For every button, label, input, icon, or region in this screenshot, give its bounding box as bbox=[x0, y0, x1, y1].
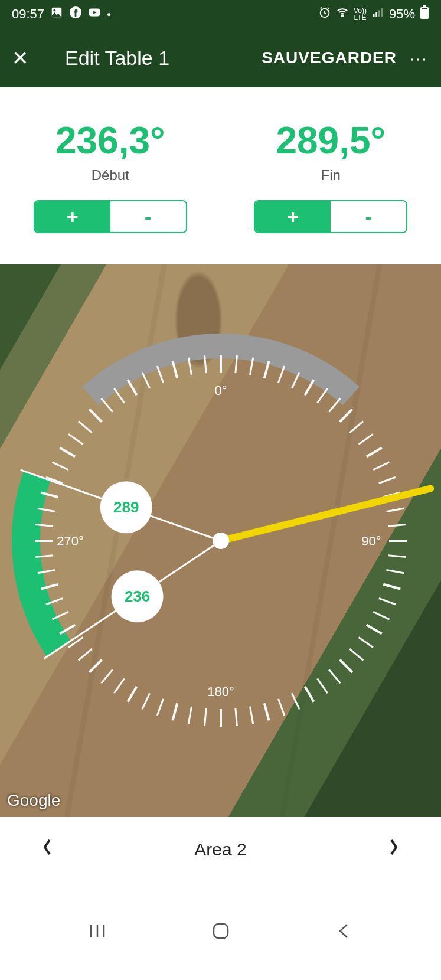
status-right: Vo))LTE 95% bbox=[318, 5, 429, 23]
dial-tick bbox=[349, 649, 363, 660]
svg-rect-12 bbox=[422, 8, 427, 9]
save-button[interactable]: SAUVEGARDER bbox=[262, 48, 397, 67]
app-bar: ✕ Edit Table 1 SAUVEGARDER ⋮ bbox=[0, 28, 441, 87]
prev-area-button[interactable] bbox=[41, 838, 53, 861]
dial-tick bbox=[264, 703, 269, 720]
dial-cardinal-label: 180° bbox=[207, 684, 234, 699]
android-status-bar: 09:57 ● Vo))LTE 95% bbox=[0, 0, 441, 28]
svg-rect-8 bbox=[378, 10, 380, 17]
dial-tick bbox=[378, 477, 395, 483]
dial-tick bbox=[388, 556, 406, 557]
dial-tick bbox=[329, 669, 340, 683]
next-area-button[interactable] bbox=[388, 838, 400, 861]
dial-tick bbox=[68, 434, 83, 444]
image-icon bbox=[50, 6, 63, 22]
google-attribution: Google bbox=[7, 791, 60, 810]
back-button[interactable] bbox=[329, 916, 359, 946]
end-angle-value: 289,5° bbox=[276, 119, 386, 162]
start-plus-button[interactable]: + bbox=[35, 201, 110, 232]
facebook-icon bbox=[69, 6, 82, 22]
dial-tick bbox=[339, 409, 352, 422]
start-angle-stepper: + - bbox=[34, 200, 187, 233]
dial-tick bbox=[386, 508, 404, 511]
dial-cardinal-label: 0° bbox=[214, 383, 227, 398]
dial-tick bbox=[373, 612, 389, 619]
signal-icon bbox=[371, 6, 384, 22]
dial-tick bbox=[388, 525, 406, 527]
dial-tick bbox=[339, 660, 352, 672]
svg-rect-7 bbox=[375, 12, 377, 17]
end-plus-button[interactable]: + bbox=[255, 201, 331, 232]
dial-tick bbox=[366, 625, 381, 634]
svg-point-5 bbox=[342, 15, 344, 17]
dial-tick bbox=[78, 422, 92, 433]
dial-tick bbox=[373, 462, 389, 470]
dial-tick bbox=[128, 380, 136, 395]
android-nav-bar bbox=[0, 882, 441, 980]
area-nav: Area 2 bbox=[0, 817, 441, 882]
dial-center bbox=[213, 533, 229, 549]
start-angle-value: 236,3° bbox=[55, 119, 165, 162]
dial-tick bbox=[349, 422, 363, 433]
page-title: Edit Table 1 bbox=[65, 47, 169, 70]
dial-tick bbox=[305, 380, 313, 395]
area-label: Area 2 bbox=[194, 839, 246, 860]
dial-tick bbox=[142, 693, 149, 709]
angle-dial[interactable]: 0°90°180°270°236289 bbox=[0, 316, 441, 765]
dial-tick bbox=[366, 448, 381, 457]
end-angle-control: 289,5° Fin + - bbox=[221, 87, 442, 264]
start-angle-label: Début bbox=[92, 167, 129, 184]
dial-tick bbox=[114, 388, 124, 403]
svg-rect-9 bbox=[381, 8, 383, 17]
start-minus-button[interactable]: - bbox=[110, 201, 186, 232]
status-time: 09:57 bbox=[12, 6, 44, 22]
close-icon[interactable]: ✕ bbox=[12, 46, 41, 70]
dial-tick bbox=[101, 669, 112, 683]
recent-apps-button[interactable] bbox=[83, 916, 112, 946]
dial-tick bbox=[101, 398, 112, 412]
end-minus-button[interactable]: - bbox=[331, 201, 406, 232]
dot-icon: ● bbox=[107, 10, 111, 18]
dial-tick bbox=[188, 707, 191, 724]
dial-tick bbox=[204, 708, 206, 726]
svg-rect-6 bbox=[373, 14, 375, 17]
angle-controls: 236,3° Début + - 289,5° Fin + - bbox=[0, 87, 441, 264]
pivot-pointer[interactable] bbox=[221, 488, 430, 541]
start-handle-label: 236 bbox=[124, 587, 149, 605]
dial-tick bbox=[157, 699, 163, 716]
dial-tick bbox=[89, 409, 102, 422]
dial-tick bbox=[78, 649, 92, 660]
end-angle-stepper: + - bbox=[254, 200, 407, 233]
dial-tick bbox=[142, 373, 149, 388]
dial-tick bbox=[68, 637, 83, 647]
dial-tick bbox=[292, 693, 299, 709]
dial-tick bbox=[383, 584, 400, 589]
svg-point-1 bbox=[54, 9, 56, 12]
dial-tick bbox=[250, 707, 253, 724]
svg-rect-10 bbox=[423, 5, 426, 7]
end-angle-label: Fin bbox=[321, 167, 341, 184]
end-handle-label: 289 bbox=[113, 498, 139, 516]
alarm-icon bbox=[318, 6, 331, 22]
dial-tick bbox=[114, 678, 124, 693]
battery-icon bbox=[420, 5, 429, 23]
dial-tick bbox=[378, 598, 395, 604]
dial-tick bbox=[60, 448, 75, 457]
dial-cardinal-label: 270° bbox=[57, 534, 84, 548]
map-view[interactable]: 0°90°180°270°236289 Google bbox=[0, 264, 441, 817]
dial-tick bbox=[235, 708, 237, 726]
dial-tick bbox=[128, 687, 136, 702]
dial-selected-arc bbox=[26, 476, 58, 649]
dial-tick bbox=[172, 703, 177, 720]
dial-tick bbox=[305, 687, 313, 702]
dial-cardinal-label: 90° bbox=[361, 534, 381, 548]
dial-tick bbox=[52, 462, 68, 470]
dial-tick bbox=[317, 678, 327, 693]
dial-tick bbox=[358, 637, 373, 647]
home-button[interactable] bbox=[206, 916, 236, 946]
more-icon[interactable]: ⋮ bbox=[409, 51, 429, 65]
dial-tick bbox=[386, 570, 404, 573]
dial-tick bbox=[292, 373, 299, 388]
dial-tick bbox=[317, 388, 327, 403]
dial-tick bbox=[358, 434, 373, 444]
